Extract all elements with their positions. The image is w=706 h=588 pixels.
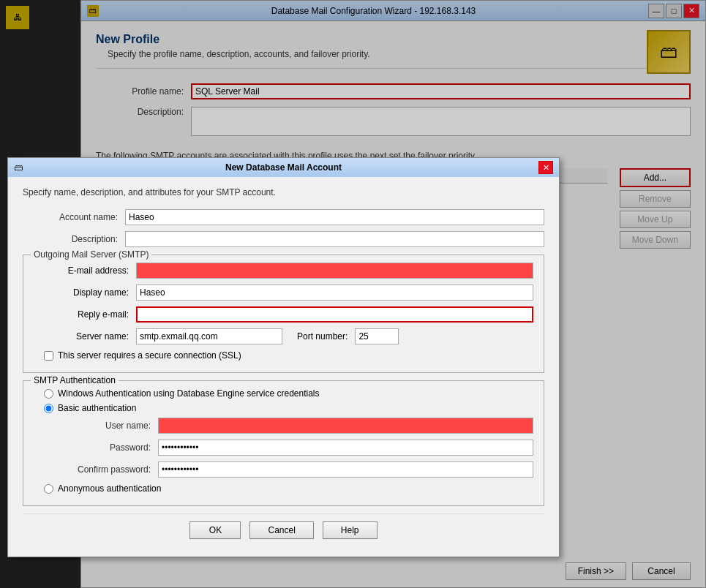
account-name-input[interactable] bbox=[125, 209, 544, 225]
display-name-row: Display name: bbox=[34, 284, 533, 301]
port-label: Port number: bbox=[297, 331, 348, 342]
ok-button[interactable]: OK bbox=[189, 521, 241, 539]
windows-auth-label: Windows Authentication using Database En… bbox=[58, 388, 320, 399]
windows-auth-radio[interactable] bbox=[44, 389, 53, 399]
cancel-button-modal[interactable]: Cancel bbox=[249, 521, 313, 539]
windows-auth-row: Windows Authentication using Database En… bbox=[34, 388, 533, 399]
reply-email-input[interactable] bbox=[136, 306, 533, 323]
display-name-input[interactable] bbox=[136, 284, 533, 301]
user-name-input[interactable] bbox=[158, 418, 533, 434]
ssl-row: This server requires a secure connection… bbox=[34, 350, 533, 361]
account-name-row: Account name: bbox=[23, 209, 544, 225]
modal-footer: OK Cancel Help bbox=[23, 513, 544, 549]
email-input[interactable] bbox=[136, 263, 533, 279]
password-input[interactable] bbox=[158, 440, 533, 456]
anon-auth-radio[interactable] bbox=[44, 484, 53, 494]
anon-auth-label: Anonymous authentication bbox=[58, 483, 161, 494]
user-name-row: User name: bbox=[34, 418, 533, 434]
modal-title: New Database Mail Account bbox=[29, 162, 538, 173]
confirm-password-input[interactable] bbox=[158, 461, 533, 478]
confirm-password-row: Confirm password: bbox=[34, 461, 533, 478]
ssl-checkbox[interactable] bbox=[44, 351, 53, 361]
auth-section: SMTP Authentication Windows Authenticati… bbox=[23, 380, 544, 506]
modal-subtitle: Specify name, description, and attribute… bbox=[23, 187, 544, 197]
basic-auth-row: Basic authentication bbox=[34, 403, 533, 413]
email-label: E-mail address: bbox=[34, 265, 136, 276]
modal-body: Specify name, description, and attribute… bbox=[8, 177, 559, 557]
account-name-label: Account name: bbox=[23, 212, 125, 222]
password-label: Password: bbox=[56, 442, 158, 453]
basic-auth-radio[interactable] bbox=[44, 404, 53, 413]
smtp-legend: Outgoing Mail Server (SMTP) bbox=[31, 249, 151, 260]
modal-description-row: Description: bbox=[23, 231, 544, 247]
display-name-label: Display name: bbox=[34, 287, 136, 298]
modal-close-button[interactable]: ✕ bbox=[538, 161, 553, 174]
modal-titlebar: 🗃 New Database Mail Account ✕ bbox=[8, 158, 559, 177]
help-button[interactable]: Help bbox=[323, 521, 378, 539]
port-input[interactable] bbox=[355, 328, 399, 344]
server-name-label: Server name: bbox=[34, 331, 136, 342]
password-row: Password: bbox=[34, 440, 533, 456]
modal-icon: 🗃 bbox=[14, 162, 29, 173]
email-row: E-mail address: bbox=[34, 263, 533, 279]
reply-email-row: Reply e-mail: bbox=[34, 306, 533, 323]
smtp-section: Outgoing Mail Server (SMTP) E-mail addre… bbox=[23, 255, 544, 373]
ssl-label: This server requires a secure connection… bbox=[58, 350, 241, 361]
confirm-password-label: Confirm password: bbox=[56, 464, 158, 475]
anon-auth-row: Anonymous authentication bbox=[34, 483, 533, 494]
modal-description-input[interactable] bbox=[125, 231, 544, 247]
modal-description-label: Description: bbox=[23, 234, 125, 244]
server-row: Server name: Port number: bbox=[34, 328, 533, 344]
modal-dialog: 🗃 New Database Mail Account ✕ Specify na… bbox=[7, 157, 560, 557]
reply-email-label: Reply e-mail: bbox=[34, 309, 136, 320]
auth-legend: SMTP Authentication bbox=[31, 375, 119, 385]
basic-auth-label: Basic authentication bbox=[58, 403, 136, 413]
server-name-input[interactable] bbox=[136, 328, 282, 344]
user-name-label: User name: bbox=[56, 421, 158, 431]
